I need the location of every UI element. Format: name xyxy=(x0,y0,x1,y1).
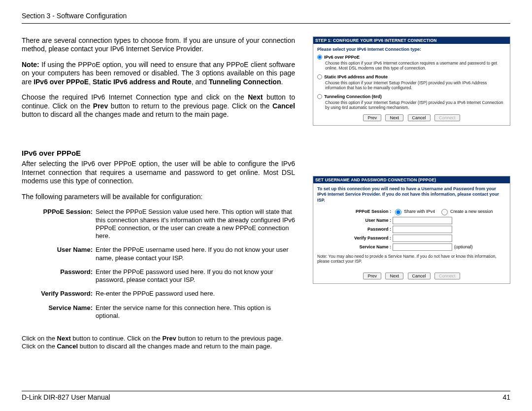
def-label: Password: xyxy=(36,268,96,284)
prev-button[interactable]: Prev xyxy=(363,273,381,279)
radio-new-session[interactable] xyxy=(441,209,448,215)
radio-desc: Choose this option if your Internet Setu… xyxy=(325,80,506,90)
def-label: Service Name: xyxy=(36,304,96,320)
radio-opt-tunnel: Tunneling Connection (6rd) Choose this o… xyxy=(317,94,506,110)
panel-step1-header: STEP 1: CONFIGURE YOUR IPV6 INTERNET CON… xyxy=(313,37,510,44)
connect-button: Connect xyxy=(434,273,460,279)
row-service-name: Service Name : (optional) xyxy=(317,243,506,251)
content-columns: There are several connection types to ch… xyxy=(22,36,510,351)
radio-desc: Choose this option if your IPv6 Internet… xyxy=(325,61,506,70)
label-verify-password: Verify Password : xyxy=(317,236,393,240)
row-password: Password : xyxy=(317,226,506,233)
cancel-button[interactable]: Cancel xyxy=(408,114,431,121)
panel-pppoe-body: To set up this connection you will need … xyxy=(313,183,510,283)
def-value: Enter the PPPoE password used here. If y… xyxy=(96,268,295,284)
ipv6-paragraph-2: The following parameters will be availab… xyxy=(22,193,295,202)
panel-step1-buttons: Prev Next Cancel Connect xyxy=(317,114,506,121)
right-column: STEP 1: CONFIGURE YOUR IPV6 INTERNET CON… xyxy=(313,36,510,351)
row-user-name: User Name : xyxy=(317,217,506,224)
intro-paragraph: There are several connection types to ch… xyxy=(22,36,295,54)
def-label: Verify Password: xyxy=(36,290,96,298)
radio-static-ipv6[interactable] xyxy=(317,74,322,79)
cancel-button[interactable]: Cancel xyxy=(408,273,431,279)
input-service-name[interactable] xyxy=(393,243,452,251)
def-verify-password: Verify Password: Re-enter the PPPoE pass… xyxy=(36,290,295,298)
section-header: Section 3 - Software Configuration xyxy=(22,12,510,20)
page-footer: D-Link DIR-827 User Manual 41 xyxy=(22,388,510,402)
def-label: PPPoE Session: xyxy=(36,208,96,240)
radio-opt-pppoe: IPv6 over PPPoE Choose this option if yo… xyxy=(317,55,506,70)
input-verify-password[interactable] xyxy=(393,235,452,242)
def-service-name: Service Name: Enter the service name for… xyxy=(36,304,295,320)
prev-button[interactable]: Prev xyxy=(363,114,381,121)
panel-pppoe-header: SET USERNAME AND PASSWORD CONNECTION (PP… xyxy=(313,176,510,183)
def-label: User Name: xyxy=(36,246,96,262)
panel-pppoe-note: Note: You may also need to provide a Ser… xyxy=(317,254,506,264)
radio-label: IPv6 over PPPoE xyxy=(324,55,360,60)
def-value: Enter the PPPoE username used here. If y… xyxy=(96,246,295,262)
radio-ipv6-pppoe[interactable] xyxy=(317,55,322,60)
radio-label: Tunneling Connection (6rd) xyxy=(324,94,382,99)
def-value: Enter the service name for this connecti… xyxy=(96,304,295,320)
footer-left: D-Link DIR-827 User Manual xyxy=(22,393,110,401)
connect-button: Connect xyxy=(434,114,460,121)
left-column: There are several connection types to ch… xyxy=(22,36,295,351)
row-pppoe-session: PPPoE Session : Share with IPv4 Create a… xyxy=(317,207,506,215)
panel-step1-instruction: Please select your IPv6 Internet Connect… xyxy=(317,47,506,52)
panel-pppoe-form: SET USERNAME AND PASSWORD CONNECTION (PP… xyxy=(313,176,510,284)
label-user-name: User Name : xyxy=(317,218,393,223)
next-button[interactable]: Next xyxy=(385,273,403,279)
def-pppoe-session: PPPoE Session: Select the PPPoE Session … xyxy=(36,208,295,240)
input-user-name[interactable] xyxy=(393,217,452,224)
def-user-name: User Name: Enter the PPPoE username used… xyxy=(36,246,295,262)
closing-text: Click on the Next button to continue. Cl… xyxy=(22,335,295,351)
panel-step1-body: Please select your IPv6 Internet Connect… xyxy=(313,44,510,125)
radio-new-label: Create a new session xyxy=(450,209,493,214)
next-button[interactable]: Next xyxy=(385,114,403,121)
instruction-paragraph: Choose the required IPv6 Internet Connec… xyxy=(22,93,295,119)
footer-rule xyxy=(22,391,510,391)
note-paragraph: Note: If using the PPPoE option, you wil… xyxy=(22,61,295,87)
row-verify-password: Verify Password : xyxy=(317,235,506,242)
radio-tunneling[interactable] xyxy=(317,94,322,99)
ipv6-heading: IPv6 over PPPoE xyxy=(22,149,295,158)
ipv6-paragraph-1: After selecting the IPv6 over PPPoE opti… xyxy=(22,160,295,186)
label-password: Password : xyxy=(317,227,393,232)
radio-share-label: Share with IPv4 xyxy=(404,209,435,214)
radio-opt-static: Static IPv6 address and Route Choose thi… xyxy=(317,74,506,90)
panel-pppoe-instruction: To set up this connection you will need … xyxy=(317,186,506,204)
definition-table: PPPoE Session: Select the PPPoE Session … xyxy=(36,208,295,320)
label-service-name: Service Name : xyxy=(317,244,393,249)
label-pppoe-session: PPPoE Session : xyxy=(317,209,393,214)
panel-step1: STEP 1: CONFIGURE YOUR IPV6 INTERNET CON… xyxy=(313,36,510,126)
optional-text: (optional) xyxy=(454,244,473,249)
top-rule xyxy=(22,23,510,24)
def-value: Select the PPPoE Session value used here… xyxy=(96,208,295,240)
panel-pppoe-buttons: Prev Next Cancel Connect xyxy=(317,273,506,279)
page-number: 41 xyxy=(502,393,510,401)
note-prefix: Note: xyxy=(22,61,39,68)
def-value: Re-enter the PPPoE password used here. xyxy=(96,290,295,298)
radio-label: Static IPv6 address and Route xyxy=(324,74,388,79)
radio-desc: Choose this option if your Internet Setu… xyxy=(325,100,506,110)
radio-share-ipv4[interactable] xyxy=(395,209,401,215)
input-password[interactable] xyxy=(393,226,452,233)
def-password: Password: Enter the PPPoE password used … xyxy=(36,268,295,284)
